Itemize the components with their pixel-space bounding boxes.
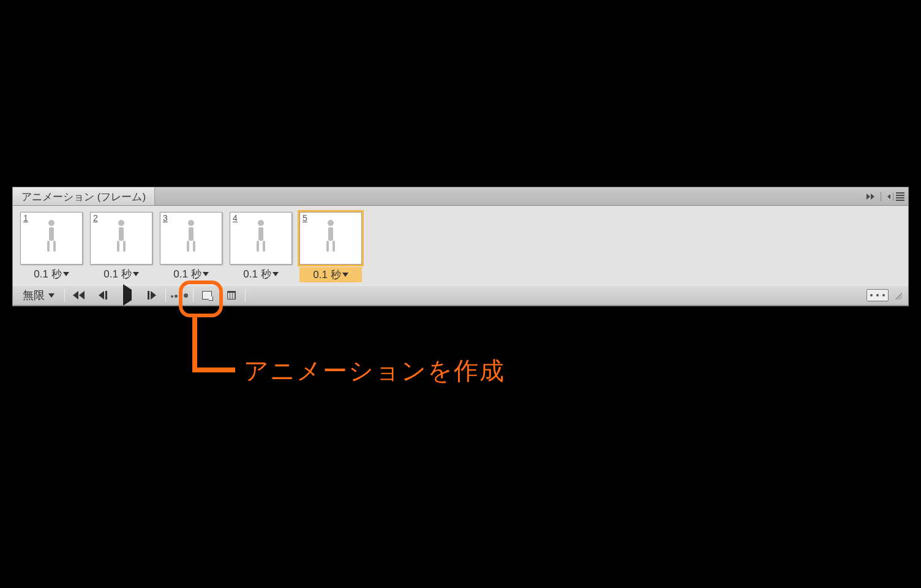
annotation-connector-horizontal: [192, 368, 235, 372]
panel-menu-icon[interactable]: [887, 192, 904, 201]
frame-number-label: 2: [92, 213, 99, 223]
frame-delay-label: 0.1 秒: [34, 267, 61, 281]
dropdown-icon: [342, 273, 348, 277]
frame-number-label: 4: [231, 213, 239, 223]
previous-frame-button[interactable]: [91, 285, 115, 305]
loop-count-label: 無限: [23, 288, 45, 303]
dropdown-icon: [48, 293, 55, 298]
frame-number-label: 5: [301, 213, 309, 223]
panel-tab-animation[interactable]: アニメーション (フレーム): [13, 187, 155, 205]
frame-delay-select[interactable]: 0.1 秒: [90, 267, 152, 281]
dropdown-icon: [273, 272, 279, 276]
panel-tab-bar-controls: [866, 187, 904, 205]
new-frame-icon: [202, 291, 212, 300]
next-frame-button[interactable]: [140, 285, 164, 305]
frame-delay-select[interactable]: 0.1 秒: [299, 267, 362, 282]
frame-thumbnail[interactable]: 40.1 秒: [230, 212, 292, 281]
tween-icon: [171, 293, 188, 298]
next-frame-icon: [148, 291, 156, 300]
frame-content-figure: [322, 220, 339, 257]
play-icon: [123, 290, 132, 301]
playback-controls-bar: 無限: [13, 285, 908, 306]
frame-delay-label: 0.1 秒: [173, 267, 201, 281]
frame-delay-label: 0.1 秒: [243, 267, 271, 281]
annotation-connector-vertical: [192, 317, 197, 372]
panel-collapse-icon[interactable]: [866, 194, 874, 200]
frame-thumbnail-image: 1: [20, 212, 83, 265]
frame-number-label: 1: [22, 213, 29, 223]
frame-delay-label: 0.1 秒: [313, 268, 340, 282]
annotation-label: アニメーションを作成: [244, 354, 505, 388]
go-to-first-frame-icon: [73, 291, 85, 300]
frame-delay-label: 0.1 秒: [103, 267, 131, 281]
controls-bar-right: [866, 285, 902, 305]
tween-button[interactable]: [167, 285, 192, 305]
frame-content-figure: [113, 220, 130, 257]
panel-tab-label: アニメーション (フレーム): [21, 190, 146, 204]
new-frame-button[interactable]: [195, 285, 219, 305]
frame-number-label: 3: [162, 213, 169, 223]
frame-thumbnail[interactable]: 20.1 秒: [90, 212, 152, 281]
frame-thumbnail[interactable]: 10.1 秒: [20, 212, 83, 281]
animation-frames-panel: アニメーション (フレーム) 10.1 秒20.1 秒30.1 秒40.1 秒5…: [12, 187, 909, 306]
resize-grip-icon[interactable]: [893, 291, 902, 300]
frame-thumbnail-image: 2: [90, 212, 152, 265]
frames-strip: 10.1 秒20.1 秒30.1 秒40.1 秒50.1 秒: [13, 206, 908, 285]
panel-tab-bar: アニメーション (フレーム): [13, 187, 908, 206]
delete-frame-button[interactable]: [219, 285, 244, 305]
dropdown-icon: [63, 272, 69, 276]
frame-delay-select[interactable]: 0.1 秒: [20, 267, 83, 281]
frame-thumbnail-image: 3: [160, 212, 222, 265]
frame-content-figure: [182, 220, 200, 257]
previous-frame-icon: [99, 291, 107, 300]
frame-content-figure: [43, 220, 60, 257]
dropdown-icon: [133, 272, 139, 276]
frame-delay-select[interactable]: 0.1 秒: [230, 267, 292, 281]
loop-count-select[interactable]: 無限: [18, 285, 59, 305]
timeline-mode-toggle[interactable]: [866, 289, 889, 301]
frame-content-figure: [252, 220, 269, 257]
go-to-first-frame-button[interactable]: [66, 285, 91, 305]
frame-delay-select[interactable]: 0.1 秒: [160, 267, 222, 281]
frame-thumbnail-image: 4: [230, 212, 292, 265]
play-button[interactable]: [115, 285, 140, 305]
frame-thumbnail[interactable]: 50.1 秒: [299, 212, 362, 282]
frame-thumbnail[interactable]: 30.1 秒: [160, 212, 222, 281]
frame-thumbnail-image: 5: [299, 212, 362, 265]
dropdown-icon: [203, 272, 209, 276]
delete-frame-icon: [227, 291, 236, 300]
